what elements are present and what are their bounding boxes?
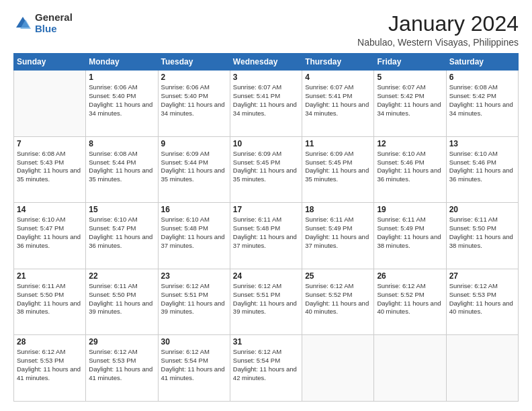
- col-saturday: Saturday: [446, 54, 518, 71]
- table-row: 30Sunrise: 6:12 AMSunset: 5:54 PMDayligh…: [158, 335, 230, 402]
- day-info: Sunrise: 6:10 AMSunset: 5:47 PMDaylight:…: [17, 216, 83, 250]
- week-row-1: 7Sunrise: 6:08 AMSunset: 5:43 PMDaylight…: [14, 136, 519, 203]
- col-wednesday: Wednesday: [230, 54, 302, 71]
- day-info: Sunrise: 6:12 AMSunset: 5:51 PMDaylight:…: [161, 282, 227, 316]
- day-number: 22: [89, 271, 154, 281]
- table-row: 28Sunrise: 6:12 AMSunset: 5:53 PMDayligh…: [14, 335, 86, 402]
- day-info: Sunrise: 6:11 AMSunset: 5:50 PMDaylight:…: [89, 282, 154, 316]
- day-info: Sunrise: 6:07 AMSunset: 5:41 PMDaylight:…: [305, 83, 371, 118]
- day-info: Sunrise: 6:11 AMSunset: 5:49 PMDaylight:…: [377, 216, 443, 250]
- day-number: 20: [449, 205, 515, 214]
- col-sunday: Sunday: [14, 54, 86, 71]
- table-row: 7Sunrise: 6:08 AMSunset: 5:43 PMDaylight…: [14, 136, 86, 203]
- table-row: [14, 71, 86, 137]
- day-number: 24: [233, 271, 299, 281]
- col-friday: Friday: [374, 54, 446, 71]
- day-number: 8: [89, 139, 154, 148]
- table-row: 6Sunrise: 6:08 AMSunset: 5:42 PMDaylight…: [446, 71, 518, 137]
- day-info: Sunrise: 6:12 AMSunset: 5:54 PMDaylight:…: [161, 348, 227, 382]
- day-info: Sunrise: 6:08 AMSunset: 5:44 PMDaylight:…: [89, 150, 154, 184]
- table-row: 8Sunrise: 6:08 AMSunset: 5:44 PMDaylight…: [86, 136, 158, 203]
- day-info: Sunrise: 6:06 AMSunset: 5:40 PMDaylight:…: [161, 83, 227, 118]
- table-row: 16Sunrise: 6:10 AMSunset: 5:48 PMDayligh…: [158, 203, 230, 269]
- day-number: 15: [89, 205, 154, 214]
- day-info: Sunrise: 6:12 AMSunset: 5:52 PMDaylight:…: [377, 282, 443, 316]
- day-info: Sunrise: 6:12 AMSunset: 5:52 PMDaylight:…: [305, 282, 371, 316]
- page: General Blue January 2024 Nabulao, Weste…: [0, 0, 532, 411]
- table-row: 5Sunrise: 6:07 AMSunset: 5:42 PMDaylight…: [374, 71, 446, 137]
- col-tuesday: Tuesday: [158, 54, 230, 71]
- logo: General Blue: [13, 12, 73, 34]
- table-row: 1Sunrise: 6:06 AMSunset: 5:40 PMDaylight…: [86, 71, 158, 137]
- day-info: Sunrise: 6:12 AMSunset: 5:53 PMDaylight:…: [17, 348, 83, 382]
- week-row-0: 1Sunrise: 6:06 AMSunset: 5:40 PMDaylight…: [14, 71, 519, 137]
- day-number: 2: [161, 73, 227, 82]
- month-title: January 2024: [357, 12, 519, 36]
- day-info: Sunrise: 6:10 AMSunset: 5:46 PMDaylight:…: [377, 150, 443, 184]
- day-info: Sunrise: 6:09 AMSunset: 5:45 PMDaylight:…: [305, 150, 371, 184]
- day-info: Sunrise: 6:10 AMSunset: 5:46 PMDaylight:…: [449, 150, 515, 184]
- table-row: 10Sunrise: 6:09 AMSunset: 5:45 PMDayligh…: [230, 136, 302, 203]
- table-row: [302, 335, 374, 402]
- day-info: Sunrise: 6:11 AMSunset: 5:50 PMDaylight:…: [449, 216, 515, 250]
- logo-text: General Blue: [35, 12, 73, 34]
- title-block: January 2024 Nabulao, Western Visayas, P…: [357, 12, 519, 48]
- day-number: 6: [449, 73, 515, 82]
- day-number: 18: [305, 205, 371, 214]
- table-row: 9Sunrise: 6:09 AMSunset: 5:44 PMDaylight…: [158, 136, 230, 203]
- day-number: 25: [305, 271, 371, 281]
- day-info: Sunrise: 6:10 AMSunset: 5:48 PMDaylight:…: [161, 216, 227, 250]
- day-number: 23: [161, 271, 227, 281]
- day-info: Sunrise: 6:11 AMSunset: 5:49 PMDaylight:…: [305, 216, 371, 250]
- col-thursday: Thursday: [302, 54, 374, 71]
- day-info: Sunrise: 6:07 AMSunset: 5:42 PMDaylight:…: [377, 83, 443, 118]
- week-row-3: 21Sunrise: 6:11 AMSunset: 5:50 PMDayligh…: [14, 269, 519, 335]
- calendar-table: Sunday Monday Tuesday Wednesday Thursday…: [13, 53, 519, 402]
- day-info: Sunrise: 6:11 AMSunset: 5:48 PMDaylight:…: [233, 216, 299, 250]
- header-row: Sunday Monday Tuesday Wednesday Thursday…: [14, 54, 519, 71]
- table-row: [446, 335, 518, 402]
- logo-general: General: [35, 12, 73, 24]
- table-row: 3Sunrise: 6:07 AMSunset: 5:41 PMDaylight…: [230, 71, 302, 137]
- day-info: Sunrise: 6:12 AMSunset: 5:53 PMDaylight:…: [449, 282, 515, 316]
- day-number: 28: [17, 337, 83, 347]
- table-row: 29Sunrise: 6:12 AMSunset: 5:53 PMDayligh…: [86, 335, 158, 402]
- table-row: 2Sunrise: 6:06 AMSunset: 5:40 PMDaylight…: [158, 71, 230, 137]
- table-row: 20Sunrise: 6:11 AMSunset: 5:50 PMDayligh…: [446, 203, 518, 269]
- day-info: Sunrise: 6:08 AMSunset: 5:43 PMDaylight:…: [17, 150, 83, 184]
- table-row: 11Sunrise: 6:09 AMSunset: 5:45 PMDayligh…: [302, 136, 374, 203]
- day-number: 5: [377, 73, 443, 82]
- day-number: 26: [377, 271, 443, 281]
- day-number: 1: [89, 73, 154, 82]
- day-number: 27: [449, 271, 515, 281]
- day-number: 19: [377, 205, 443, 214]
- day-info: Sunrise: 6:12 AMSunset: 5:54 PMDaylight:…: [233, 348, 299, 382]
- table-row: 12Sunrise: 6:10 AMSunset: 5:46 PMDayligh…: [374, 136, 446, 203]
- day-number: 21: [17, 271, 83, 281]
- table-row: 18Sunrise: 6:11 AMSunset: 5:49 PMDayligh…: [302, 203, 374, 269]
- day-info: Sunrise: 6:12 AMSunset: 5:51 PMDaylight:…: [233, 282, 299, 316]
- table-row: 13Sunrise: 6:10 AMSunset: 5:46 PMDayligh…: [446, 136, 518, 203]
- header: General Blue January 2024 Nabulao, Weste…: [13, 12, 519, 48]
- table-row: 24Sunrise: 6:12 AMSunset: 5:51 PMDayligh…: [230, 269, 302, 335]
- day-number: 11: [305, 139, 371, 148]
- table-row: 4Sunrise: 6:07 AMSunset: 5:41 PMDaylight…: [302, 71, 374, 137]
- table-row: 15Sunrise: 6:10 AMSunset: 5:47 PMDayligh…: [86, 203, 158, 269]
- day-info: Sunrise: 6:08 AMSunset: 5:42 PMDaylight:…: [449, 83, 515, 118]
- day-info: Sunrise: 6:11 AMSunset: 5:50 PMDaylight:…: [17, 282, 83, 316]
- logo-icon: [13, 14, 32, 33]
- day-number: 14: [17, 205, 83, 214]
- logo-blue: Blue: [35, 24, 73, 35]
- day-info: Sunrise: 6:09 AMSunset: 5:45 PMDaylight:…: [233, 150, 299, 184]
- day-number: 12: [377, 139, 443, 148]
- col-monday: Monday: [86, 54, 158, 71]
- location: Nabulao, Western Visayas, Philippines: [357, 37, 519, 48]
- day-number: 30: [161, 337, 227, 347]
- table-row: 22Sunrise: 6:11 AMSunset: 5:50 PMDayligh…: [86, 269, 158, 335]
- day-number: 10: [233, 139, 299, 148]
- day-number: 3: [233, 73, 299, 82]
- day-number: 7: [17, 139, 83, 148]
- day-number: 9: [161, 139, 227, 148]
- day-info: Sunrise: 6:06 AMSunset: 5:40 PMDaylight:…: [89, 83, 154, 118]
- day-number: 29: [89, 337, 154, 347]
